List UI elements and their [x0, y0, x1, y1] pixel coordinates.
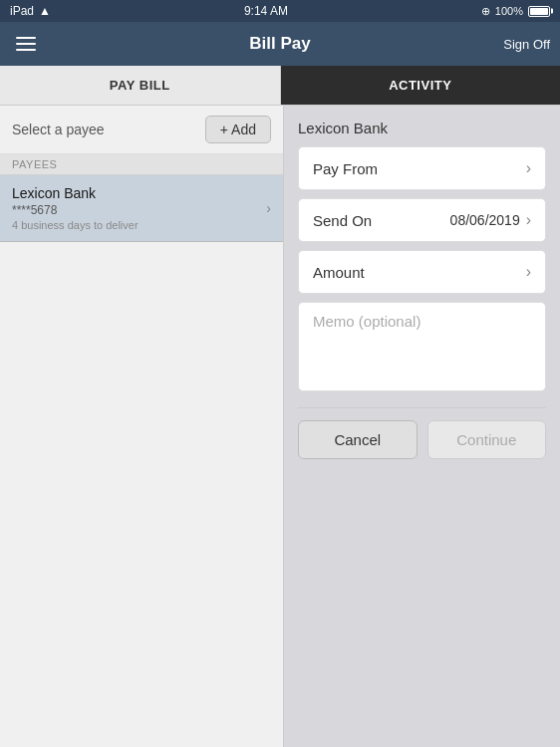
pay-from-field[interactable]: Pay From ›	[298, 146, 546, 190]
main-layout: Select a payee + Add PAYEES Lexicon Bank…	[0, 106, 560, 747]
device-label: iPad	[10, 4, 34, 18]
sign-off-button[interactable]: Sign Off	[503, 37, 550, 52]
add-payee-button[interactable]: + Add	[205, 116, 271, 143]
payee-account: ****5678	[12, 203, 139, 217]
memo-placeholder: Memo (optional)	[313, 313, 420, 330]
selected-payee-title: Lexicon Bank	[298, 120, 546, 136]
payee-chevron-icon: ›	[266, 200, 271, 216]
action-buttons: Cancel Continue	[298, 420, 546, 459]
right-panel: Lexicon Bank Pay From › Send On 08/06/20…	[284, 106, 560, 747]
select-payee-label: Select a payee	[12, 122, 105, 137]
status-left: iPad ▲	[10, 4, 51, 18]
nav-bar: Bill Pay Sign Off	[0, 22, 560, 66]
payee-item-info: Lexicon Bank ****5678 4 business days to…	[12, 185, 139, 231]
select-payee-row: Select a payee + Add	[0, 106, 283, 154]
send-on-label: Send On	[313, 212, 372, 229]
amount-field[interactable]: Amount ›	[298, 250, 546, 294]
memo-field[interactable]: Memo (optional)	[298, 302, 546, 391]
location-icon: ⊕	[481, 5, 490, 18]
status-right: ⊕ 100%	[481, 5, 550, 18]
left-panel: Select a payee + Add PAYEES Lexicon Bank…	[0, 106, 284, 747]
pay-from-label: Pay From	[313, 160, 378, 177]
amount-right: ›	[520, 263, 531, 281]
amount-chevron-icon: ›	[526, 263, 531, 281]
status-bar: iPad ▲ 9:14 AM ⊕ 100%	[0, 0, 560, 22]
payees-scroll-area: Lexicon Bank ****5678 4 business days to…	[0, 175, 283, 747]
payees-section-header: PAYEES	[0, 154, 283, 175]
payee-item[interactable]: Lexicon Bank ****5678 4 business days to…	[0, 175, 283, 242]
tab-bar: PAY BILL ACTIVITY	[0, 66, 560, 106]
pay-from-chevron-icon: ›	[526, 159, 531, 177]
wifi-icon: ▲	[39, 4, 51, 18]
payee-delivery: 4 business days to deliver	[12, 219, 139, 231]
tab-pay-bill[interactable]: PAY BILL	[0, 66, 281, 105]
cancel-button[interactable]: Cancel	[298, 420, 418, 459]
status-time: 9:14 AM	[244, 4, 288, 18]
divider	[298, 407, 546, 408]
send-on-chevron-icon: ›	[526, 211, 531, 229]
menu-button[interactable]	[12, 33, 40, 55]
tab-activity[interactable]: ACTIVITY	[281, 66, 561, 105]
payee-name: Lexicon Bank	[12, 185, 139, 201]
continue-button: Continue	[427, 420, 547, 459]
send-on-value: 08/06/2019	[450, 212, 520, 228]
battery-icon	[528, 6, 550, 17]
nav-title: Bill Pay	[249, 34, 310, 54]
pay-from-right: ›	[520, 159, 531, 177]
send-on-field[interactable]: Send On 08/06/2019 ›	[298, 198, 546, 242]
amount-label: Amount	[313, 264, 365, 281]
send-on-right: 08/06/2019 ›	[450, 211, 531, 229]
battery-label: 100%	[495, 5, 523, 17]
